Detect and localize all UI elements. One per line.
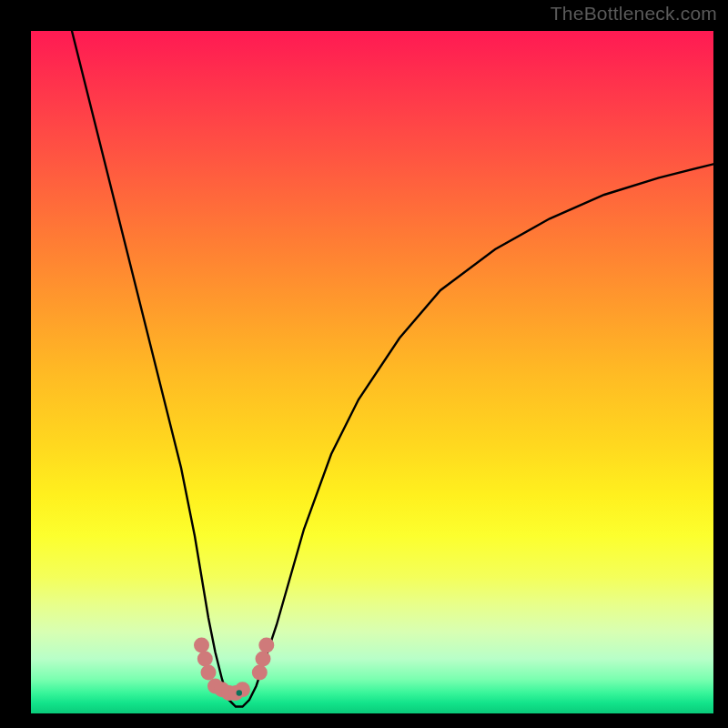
marker-cluster-left <box>194 638 250 702</box>
marker-dot <box>201 665 217 681</box>
optimum-dot <box>237 690 242 695</box>
plot-area <box>31 31 713 713</box>
marker-dot <box>252 665 268 681</box>
marker-dot <box>258 638 274 653</box>
marker-cluster-right <box>252 638 275 681</box>
bottleneck-curve <box>72 31 713 707</box>
marker-dot <box>197 652 213 667</box>
curve-layer <box>31 31 713 713</box>
marker-dot <box>194 638 209 653</box>
watermark-text: TheBottleneck.com <box>551 3 717 25</box>
marker-dot <box>256 652 271 667</box>
chart-frame: TheBottleneck.com <box>0 0 728 728</box>
